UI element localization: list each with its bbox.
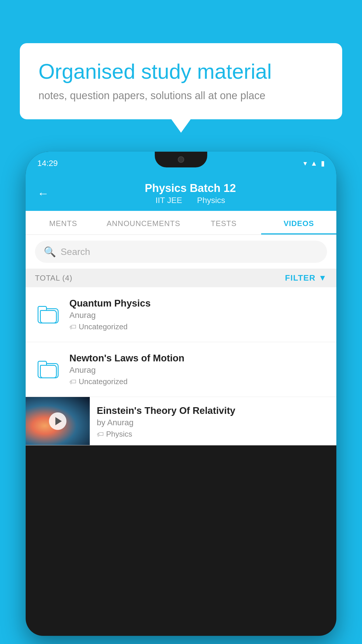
header-subtitle-physics: Physics — [197, 196, 225, 205]
folder-icon — [38, 361, 59, 378]
tab-announcements[interactable]: ANNOUNCEMENTS — [101, 211, 186, 235]
item-tag-label: Uncategorized — [79, 377, 128, 386]
filter-label: FILTER — [285, 273, 316, 283]
list-item-video[interactable]: Einstein's Theory Of Relativity by Anura… — [26, 397, 336, 445]
signal-icon: ▲ — [310, 159, 317, 167]
video-text-area: Einstein's Theory Of Relativity by Anura… — [90, 397, 336, 443]
video-author: by Anurag — [97, 418, 329, 427]
tab-videos[interactable]: VIDEOS — [261, 211, 336, 235]
folder-front — [40, 365, 57, 378]
tag-icon: 🏷 — [69, 378, 76, 386]
status-icons-group: ▾ ▲ ▮ — [303, 159, 325, 167]
video-title: Einstein's Theory Of Relativity — [97, 405, 329, 416]
search-icon: 🔍 — [44, 246, 56, 258]
video-thumbnail — [26, 397, 90, 445]
search-placeholder: Search — [61, 246, 90, 257]
folder-icon — [38, 306, 59, 323]
front-camera — [178, 156, 184, 163]
list-item[interactable]: Quantum Physics Anurag 🏷 Uncategorized — [26, 287, 336, 342]
header-title-block: Physics Batch 12 IIT JEE Physics — [56, 182, 325, 205]
filter-icon: ▼ — [319, 273, 327, 283]
total-count-label: TOTAL (4) — [35, 274, 72, 283]
tag-icon: 🏷 — [69, 323, 76, 331]
video-list: Quantum Physics Anurag 🏷 Uncategorized — [26, 287, 336, 445]
search-bar[interactable]: 🔍 Search — [35, 241, 327, 263]
phone-notch — [155, 152, 207, 167]
bubble-title: Organised study material — [38, 60, 324, 84]
item-tag-label: Uncategorized — [79, 322, 128, 331]
bubble-subtitle: notes, question papers, solutions all at… — [38, 90, 324, 102]
header-subtitle-iit: IIT JEE — [156, 196, 182, 205]
video-tag-label: Physics — [106, 430, 132, 439]
item-tag: 🏷 Uncategorized — [69, 377, 327, 386]
back-button[interactable]: ← — [37, 187, 49, 200]
header-subtitle: IIT JEE Physics — [56, 196, 325, 205]
item-icon-area — [35, 361, 61, 378]
tab-ments[interactable]: MENTS — [26, 211, 101, 235]
item-author: Anurag — [69, 365, 327, 375]
speech-bubble-section: Organised study material notes, question… — [20, 43, 342, 119]
item-title: Newton's Laws of Motion — [69, 353, 327, 364]
header-title: Physics Batch 12 — [56, 182, 325, 195]
phone-frame: 14:29 ▾ ▲ ▮ ← Physics Batch 12 IIT JEE P… — [26, 152, 336, 636]
tabs-bar: MENTS ANNOUNCEMENTS TESTS VIDEOS — [26, 211, 336, 235]
search-container: 🔍 Search — [26, 235, 336, 269]
filter-button[interactable]: FILTER ▼ — [285, 273, 327, 283]
battery-icon: ▮ — [321, 159, 325, 167]
video-tag: 🏷 Physics — [97, 430, 329, 439]
speech-bubble-card: Organised study material notes, question… — [20, 43, 342, 119]
play-button[interactable] — [49, 412, 66, 430]
tab-tests[interactable]: TESTS — [186, 211, 261, 235]
status-bar: 14:29 ▾ ▲ ▮ — [26, 152, 336, 175]
status-time: 14:29 — [37, 159, 58, 168]
item-author: Anurag — [69, 311, 327, 320]
item-title: Quantum Physics — [69, 298, 327, 309]
folder-front — [40, 310, 57, 323]
filter-bar: TOTAL (4) FILTER ▼ — [26, 269, 336, 287]
wifi-icon: ▾ — [303, 159, 307, 167]
item-icon-area — [35, 306, 61, 323]
tag-icon: 🏷 — [97, 430, 104, 438]
item-tag: 🏷 Uncategorized — [69, 322, 327, 331]
item-text-area: Newton's Laws of Motion Anurag 🏷 Uncateg… — [69, 353, 327, 386]
list-item[interactable]: Newton's Laws of Motion Anurag 🏷 Uncateg… — [26, 342, 336, 397]
app-header: ← Physics Batch 12 IIT JEE Physics — [26, 175, 336, 211]
item-text-area: Quantum Physics Anurag 🏷 Uncategorized — [69, 298, 327, 331]
play-triangle-icon — [55, 417, 62, 425]
phone-mockup: 14:29 ▾ ▲ ▮ ← Physics Batch 12 IIT JEE P… — [26, 152, 336, 644]
